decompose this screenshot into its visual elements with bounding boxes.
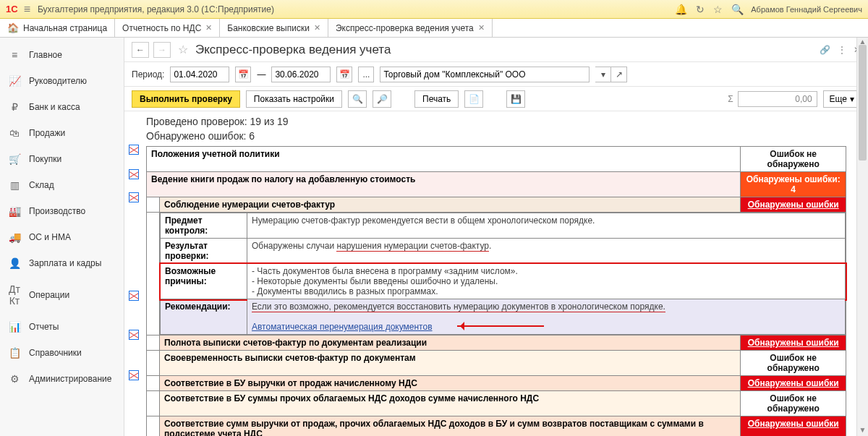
sidebar-item-hr[interactable]: 👤Зарплата и кадры: [0, 250, 124, 276]
gear-icon: ⚙: [9, 373, 20, 385]
sidebar-item-main[interactable]: ≡Главное: [0, 42, 124, 68]
table-row[interactable]: Соответствие в БУ выручки от продаж начи…: [147, 376, 846, 391]
zoom-out-button[interactable]: 🔎: [373, 90, 391, 108]
tab-label: Начальная страница: [23, 23, 107, 33]
bar-chart-icon: 📊: [9, 321, 20, 333]
section-title: Положения учетной политики: [147, 147, 741, 172]
sum-input[interactable]: [738, 91, 817, 107]
period-label: Период:: [132, 69, 164, 80]
section-title: Соответствие в БУ выручки от продаж начи…: [160, 376, 741, 391]
sidebar-item-manager[interactable]: 📈Руководителю: [0, 68, 124, 94]
table-row[interactable]: Соответствие сумм выручки от продаж, про…: [147, 416, 846, 437]
nav-forward-button[interactable]: →: [153, 42, 171, 58]
image-placeholder-icon: [129, 192, 139, 202]
person-icon: 👤: [9, 257, 20, 269]
tab-vat-reports[interactable]: Отчетность по НДС ✕: [115, 19, 220, 37]
status-cell: Обнаружены ошибки: [741, 376, 846, 391]
detail-text: Если это возможно, рекомендуется восстан…: [247, 299, 846, 335]
favorite-icon[interactable]: ☆: [178, 43, 188, 56]
vertical-scrollbar[interactable]: ▲ ▼: [856, 38, 868, 436]
user-name[interactable]: Абрамов Геннадий Сергеевич: [751, 5, 862, 14]
date-from-input[interactable]: [170, 67, 229, 82]
table-row[interactable]: Соблюдение нумерации счетов-фактур Обнар…: [147, 197, 846, 213]
sidebar-item-admin[interactable]: ⚙Администрирование: [0, 366, 124, 392]
table-row[interactable]: Полнота выписки счетов-фактур по докумен…: [147, 335, 846, 351]
org-open-button[interactable]: ↗: [611, 67, 627, 82]
tab-label: Отчетность по НДС: [122, 23, 201, 33]
home-icon: 🏠: [7, 22, 19, 33]
sidebar-item-production[interactable]: 🏭Производство: [0, 198, 124, 224]
period-picker-button[interactable]: ...: [358, 67, 374, 82]
detail-label: Предмет контроля:: [161, 213, 247, 239]
sidebar-item-assets[interactable]: 🚚ОС и НМА: [0, 224, 124, 250]
section-title: Ведение книги продаж по налогу на добавл…: [147, 172, 741, 197]
more-button[interactable]: Еще▾: [823, 90, 861, 108]
top-bar: 1C ≡ Бухгалтерия предприятия, редакция 3…: [0, 0, 868, 19]
calendar-from-button[interactable]: 📅: [235, 67, 251, 82]
tab-label: Банковские выписки: [227, 23, 310, 33]
tab-home[interactable]: 🏠 Начальная страница: [0, 19, 115, 37]
sidebar-item-label: Руководителю: [29, 76, 87, 86]
menu-icon: ≡: [9, 49, 20, 61]
sidebar-item-reports[interactable]: 📊Отчеты: [0, 314, 124, 340]
tab-express-check[interactable]: Экспресс-проверка ведения учета ✕: [328, 19, 493, 37]
star-icon[interactable]: ☆: [713, 4, 723, 15]
scrollbar-thumb[interactable]: [859, 45, 867, 161]
print-button[interactable]: Печать: [414, 90, 459, 108]
save-button[interactable]: 💾: [506, 90, 525, 108]
section-title: Соответствие в БУ суммы прочих облагаемы…: [160, 391, 741, 416]
detail-label: Результат проверки:: [161, 239, 247, 264]
sidebar-item-label: Банк и касса: [29, 102, 80, 112]
chevron-down-icon: ▾: [850, 94, 854, 104]
org-dropdown-button[interactable]: ▾: [595, 67, 611, 82]
sidebar-item-bank[interactable]: ₽Банк и касса: [0, 94, 124, 120]
report-table: Положения учетной политики Ошибок не обн…: [146, 146, 846, 436]
tab-bank-statements[interactable]: Банковские выписки ✕: [220, 19, 328, 37]
sidebar-item-label: Склад: [29, 180, 54, 190]
print-options-button[interactable]: 📄: [464, 90, 483, 108]
sigma-label: Σ: [728, 94, 733, 104]
detail-text: Нумерацию счетов-фактур рекомендуется ве…: [247, 213, 846, 239]
truck-icon: 🚚: [9, 231, 20, 243]
sidebar-item-label: Администрирование: [29, 374, 111, 384]
sidebar-item-warehouse[interactable]: ▥Склад: [0, 172, 124, 198]
sidebar-item-catalogs[interactable]: 📋Справочники: [0, 340, 124, 366]
table-row[interactable]: Соответствие в БУ суммы прочих облагаемы…: [147, 391, 846, 416]
renumber-link[interactable]: Автоматическая перенумерация документов: [252, 322, 433, 332]
close-icon[interactable]: ✕: [478, 23, 485, 33]
sidebar-item-sales[interactable]: 🛍Продажи: [0, 120, 124, 146]
link-icon[interactable]: 🔗: [820, 45, 830, 55]
zoom-in-button[interactable]: 🔍: [348, 90, 367, 108]
table-row[interactable]: Положения учетной политики Ошибок не обн…: [147, 147, 846, 172]
organization-input[interactable]: [380, 67, 590, 82]
scroll-down-icon[interactable]: ▼: [857, 426, 868, 436]
sidebar-item-label: Операции: [29, 290, 69, 300]
close-icon[interactable]: ✕: [205, 23, 212, 33]
table-row[interactable]: Своевременность выписки счетов-фактур по…: [147, 351, 846, 376]
calendar-to-button[interactable]: 📅: [336, 67, 352, 82]
sidebar-item-label: Справочники: [29, 348, 82, 358]
sidebar-item-operations[interactable]: ДтКтОперации: [0, 276, 124, 314]
chart-icon: 📈: [9, 75, 20, 87]
status-cell: Ошибок не обнаружено: [741, 147, 846, 172]
close-icon[interactable]: ✕: [314, 23, 320, 33]
status-cell: Ошибок не обнаружено: [741, 391, 846, 416]
search-icon[interactable]: 🔍: [731, 4, 744, 15]
hamburger-icon[interactable]: ≡: [24, 3, 30, 16]
sidebar-item-label: Главное: [29, 50, 62, 60]
nav-back-button[interactable]: ←: [132, 42, 149, 58]
sidebar-item-label: Продажи: [29, 128, 65, 138]
bell-icon[interactable]: 🔔: [675, 4, 687, 15]
history-icon[interactable]: ↻: [696, 4, 705, 15]
sidebar-item-purchases[interactable]: 🛒Покупки: [0, 146, 124, 172]
show-settings-button[interactable]: Показать настройки: [246, 90, 342, 108]
date-to-input[interactable]: [271, 67, 331, 82]
table-row[interactable]: Ведение книги продаж по налогу на добавл…: [147, 172, 846, 197]
checks-summary: Проведено проверок: 19 из 19: [146, 114, 846, 129]
tab-label: Экспресс-проверка ведения учета: [336, 23, 474, 33]
period-bar: Период: 📅 — 📅 ... ▾ ↗: [124, 62, 868, 87]
run-check-button[interactable]: Выполнить проверку: [132, 90, 240, 108]
status-cell: Обнаружены ошибки: [741, 197, 846, 213]
book-icon: 📋: [9, 347, 20, 359]
kebab-icon[interactable]: ⋮: [838, 45, 846, 55]
